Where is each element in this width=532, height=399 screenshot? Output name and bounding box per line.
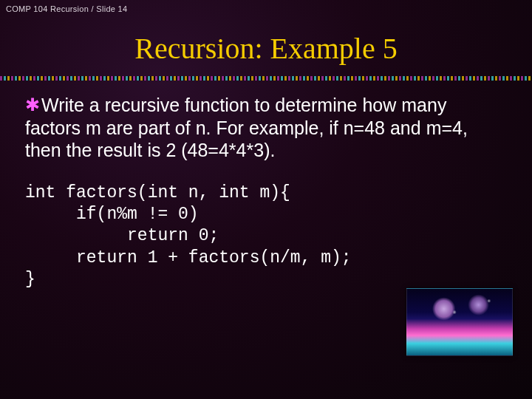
slide-header: COMP 104 Recursion / Slide 14 xyxy=(0,0,532,18)
breadcrumb: COMP 104 Recursion / Slide 14 xyxy=(6,4,127,13)
decorative-image xyxy=(406,288,513,356)
body-paragraph: ✱Write a recursive function to determine… xyxy=(0,81,532,162)
body-text: Write a recursive function to determine … xyxy=(25,95,468,160)
slide-title: Recursion: Example 5 xyxy=(0,31,532,66)
code-block: int factors(int n, int m){ if(n%m != 0) … xyxy=(0,162,532,291)
title-divider xyxy=(0,76,532,81)
asterisk-icon: ✱ xyxy=(25,94,40,115)
